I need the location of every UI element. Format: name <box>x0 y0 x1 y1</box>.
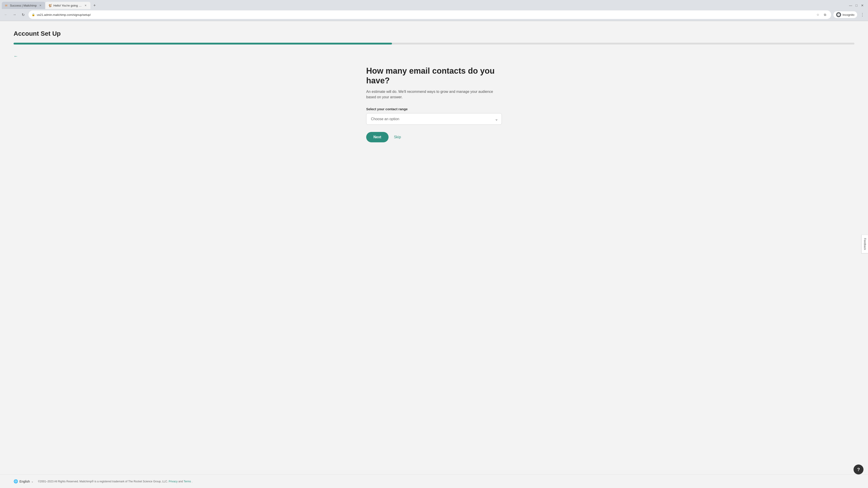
progress-bar-fill <box>13 43 392 44</box>
help-button[interactable]: ? <box>854 464 864 475</box>
menu-button[interactable]: ⋮ <box>860 12 865 18</box>
tab-bar: ✉ Success | Mailchimp ✕ 🐒 Hello! You're … <box>0 0 868 9</box>
maximize-button[interactable]: □ <box>855 3 859 7</box>
language-chevron-icon: ⌄ <box>31 480 33 483</box>
form-section: How many email contacts do you have? An … <box>366 66 502 142</box>
address-bar-actions: ☆ ⧉ <box>815 12 828 18</box>
profile-icon <box>836 12 841 17</box>
minimize-button[interactable]: — <box>848 3 852 7</box>
tab-2-close[interactable]: ✕ <box>84 4 87 7</box>
profile-label: Incognito <box>842 13 855 17</box>
tab-2[interactable]: 🐒 Hello! You're going to love it he... ✕ <box>45 2 90 9</box>
reload-button[interactable]: ↻ <box>20 11 26 18</box>
url-text: us21.admin.mailchimp.com/signup/setup/ <box>37 13 813 17</box>
sub-text: An estimate will do. We'll recommend way… <box>366 89 502 100</box>
page-title: Account Set Up <box>13 30 855 37</box>
skip-link[interactable]: Skip <box>394 135 401 139</box>
tab-2-favicon: 🐒 <box>49 4 52 7</box>
close-window-button[interactable]: ✕ <box>860 3 864 7</box>
tab-1-title: Success | Mailchimp <box>10 4 37 7</box>
address-bar-row: ← → ↻ 🔒 us21.admin.mailchimp.com/signup/… <box>0 9 868 21</box>
address-bar[interactable]: 🔒 us21.admin.mailchimp.com/signup/setup/… <box>29 10 831 19</box>
next-button[interactable]: Next <box>366 132 389 142</box>
globe-icon: 🌐 <box>13 479 18 484</box>
tab-1-close[interactable]: ✕ <box>38 4 42 7</box>
incognito-profile-button[interactable]: Incognito <box>833 11 857 18</box>
ssl-lock-icon: 🔒 <box>32 13 35 16</box>
help-icon: ? <box>857 467 860 472</box>
feedback-tab[interactable]: Feedback <box>862 235 868 254</box>
contact-range-select[interactable]: Choose an option 0–500 500–2,000 2,000–5… <box>366 113 502 125</box>
back-nav-button[interactable]: ← <box>3 11 9 18</box>
window-controls: — □ ✕ <box>848 3 866 7</box>
browser-chrome: ✉ Success | Mailchimp ✕ 🐒 Hello! You're … <box>0 0 868 21</box>
tab-1-favicon: ✉ <box>5 4 8 7</box>
split-screen-button[interactable]: ⧉ <box>822 12 828 18</box>
feedback-label: Feedback <box>864 238 867 250</box>
privacy-link[interactable]: Privacy <box>168 480 178 483</box>
back-arrow-icon: ← <box>13 54 18 59</box>
page-content: Account Set Up ← How many email contacts… <box>0 21 868 475</box>
bookmark-button[interactable]: ☆ <box>815 12 821 18</box>
footer-copyright: ©2001–2023 All Rights Reserved. Mailchim… <box>38 480 855 483</box>
main-question: How many email contacts do you have? <box>366 66 502 86</box>
language-selector[interactable]: 🌐 English ⌄ <box>13 479 33 484</box>
select-wrapper: Choose an option 0–500 500–2,000 2,000–5… <box>366 113 502 125</box>
tab-1[interactable]: ✉ Success | Mailchimp ✕ <box>2 2 45 9</box>
progress-bar-container <box>13 43 855 44</box>
tab-2-title: Hello! You're going to love it he... <box>53 4 82 7</box>
field-label: Select your contact range <box>366 107 502 111</box>
new-tab-button[interactable]: + <box>91 2 98 8</box>
action-row: Next Skip <box>366 132 502 142</box>
forward-nav-button[interactable]: → <box>11 11 18 18</box>
back-button[interactable]: ← <box>13 54 18 59</box>
page-footer: 🌐 English ⌄ ©2001–2023 All Rights Reserv… <box>0 475 868 488</box>
language-label: English <box>20 480 30 483</box>
terms-link[interactable]: Terms <box>184 480 191 483</box>
